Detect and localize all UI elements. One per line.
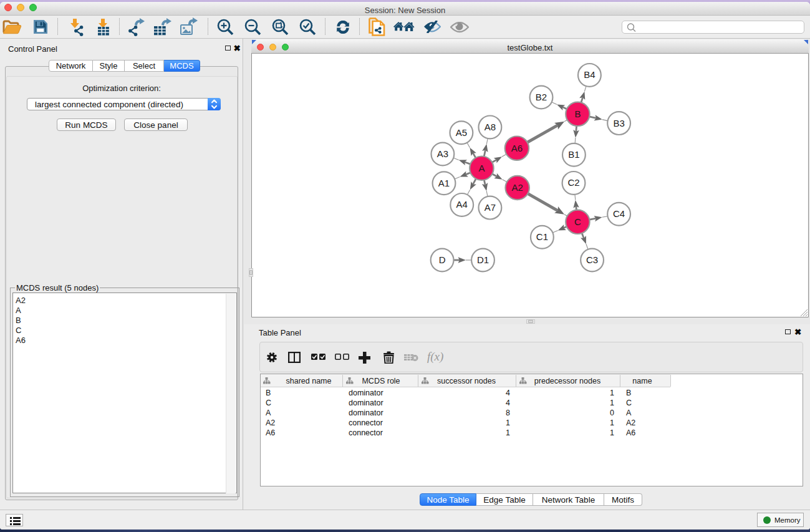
svg-text:A4: A4: [456, 199, 468, 210]
svg-text:A7: A7: [485, 202, 496, 213]
svg-text:C3: C3: [586, 254, 598, 265]
svg-text:B: B: [574, 109, 581, 119]
svg-text:A3: A3: [437, 148, 448, 159]
svg-text:A1: A1: [438, 178, 450, 188]
svg-text:C2: C2: [567, 177, 579, 188]
svg-text:A2: A2: [512, 182, 523, 193]
svg-text:A6: A6: [511, 143, 523, 153]
svg-text:D: D: [439, 254, 446, 265]
svg-text:C1: C1: [536, 231, 548, 242]
svg-text:C: C: [574, 216, 581, 227]
svg-text:A5: A5: [456, 127, 467, 138]
svg-text:C4: C4: [613, 208, 625, 219]
svg-text:A8: A8: [485, 122, 496, 132]
svg-text:B2: B2: [536, 92, 547, 102]
svg-text:B1: B1: [568, 149, 579, 160]
svg-text:B4: B4: [584, 69, 595, 80]
svg-text:B3: B3: [613, 118, 624, 128]
svg-text:D1: D1: [477, 254, 489, 265]
svg-text:A: A: [478, 163, 485, 173]
